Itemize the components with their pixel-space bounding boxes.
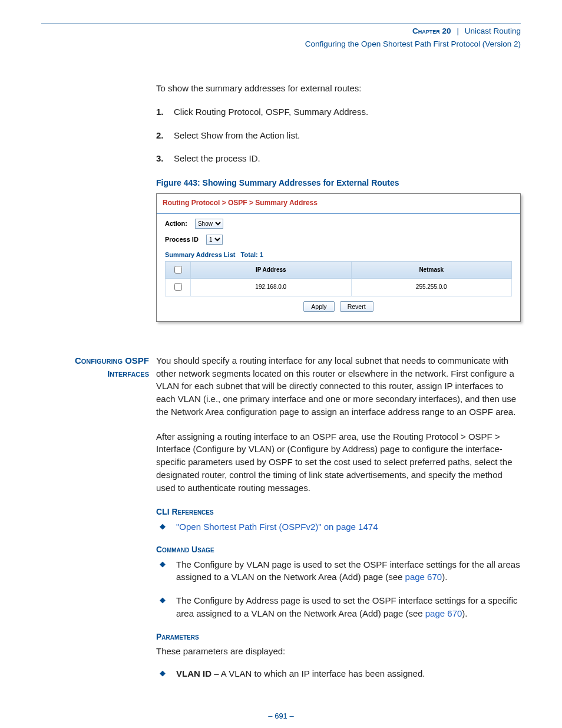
chapter-label: Chapter 20	[412, 27, 451, 35]
breadcrumb: Routing Protocol > OSPF > Summary Addres…	[157, 194, 520, 213]
revert-button[interactable]: Revert	[340, 301, 373, 312]
command-usage-heading: Command Usage	[156, 543, 521, 555]
chapter-title: Unicast Routing	[465, 27, 521, 35]
cli-reference-link[interactable]: "Open Shortest Path First (OSPFv2)" on p…	[176, 522, 378, 532]
total-value: 1	[260, 251, 263, 258]
usage-item-2: The Configure by Address page is used to…	[156, 594, 521, 620]
step-2: 2. Select Show from the Action list.	[156, 129, 521, 142]
step-text: Select Show from the Action list.	[174, 129, 300, 142]
col-netmask: Netmask	[351, 261, 512, 279]
paragraph-2: After assigning a routing interface to a…	[156, 430, 521, 495]
step-text: Click Routing Protocol, OSPF, Summary Ad…	[174, 106, 368, 118]
process-id-select[interactable]: 1	[206, 235, 223, 245]
row-checkbox[interactable]	[174, 283, 182, 291]
action-select[interactable]: Show	[195, 219, 223, 229]
step-number: 3.	[156, 152, 174, 165]
cell-ip: 192.168.0.0	[191, 279, 352, 297]
step-number: 1.	[156, 106, 174, 118]
parameter-item: VLAN ID – A VLAN to which an IP interfac…	[156, 667, 521, 680]
step-1: 1. Click Routing Protocol, OSPF, Summary…	[156, 106, 521, 118]
page-number: – 691 –	[41, 711, 521, 722]
paragraph-1: You should specify a routing interface f…	[156, 354, 521, 419]
usage-item-1: The Configure by VLAN page is used to se…	[156, 558, 521, 584]
page-link[interactable]: page 670	[405, 572, 442, 582]
intro-text: To show the summary addresses for extern…	[156, 82, 521, 95]
apply-button[interactable]: Apply	[303, 301, 334, 312]
list-title: Summary Address List	[165, 251, 235, 258]
header-subtitle: Configuring the Open Shortest Path First…	[41, 38, 521, 50]
page-header: Chapter 20 | Unicast Routing Configuring…	[41, 25, 521, 50]
action-row: Action: Show	[165, 219, 512, 229]
top-rule	[41, 24, 521, 24]
step-number: 2.	[156, 129, 174, 142]
step-text: Select the process ID.	[174, 152, 260, 165]
cli-reference-item: "Open Shortest Path First (OSPFv2)" on p…	[156, 521, 521, 533]
select-all-checkbox[interactable]	[174, 266, 182, 274]
parameter-name: VLAN ID	[176, 668, 211, 678]
screenshot-mock: Routing Protocol > OSPF > Summary Addres…	[156, 193, 521, 321]
step-list: 1. Click Routing Protocol, OSPF, Summary…	[156, 106, 521, 165]
cli-references-heading: CLI References	[156, 506, 521, 518]
page-link[interactable]: page 670	[425, 608, 462, 618]
action-label: Action:	[165, 220, 187, 227]
summary-address-table: IP Address Netmask 192.168.0.0 255.255.0…	[165, 261, 512, 297]
figure-caption: Figure 443: Showing Summary Addresses fo…	[156, 177, 521, 189]
parameters-heading: Parameters	[156, 631, 521, 643]
step-3: 3. Select the process ID.	[156, 152, 521, 165]
list-title-row: Summary Address List Total: 1	[165, 251, 512, 260]
divider-pipe: |	[453, 27, 462, 35]
col-ip-address: IP Address	[191, 261, 352, 279]
table-row: 192.168.0.0 255.255.0.0	[166, 279, 512, 297]
process-id-label: Process ID	[165, 236, 199, 243]
parameters-intro: These parameters are displayed:	[156, 645, 521, 658]
cell-mask: 255.255.0.0	[351, 279, 512, 297]
parameter-desc: – A VLAN to which an IP interface has be…	[211, 668, 425, 678]
header-checkbox-cell	[166, 261, 191, 279]
total-label: Total:	[241, 251, 258, 258]
section-heading: Configuring OSPF Interfaces	[41, 354, 156, 691]
process-id-row: Process ID 1	[165, 235, 512, 245]
